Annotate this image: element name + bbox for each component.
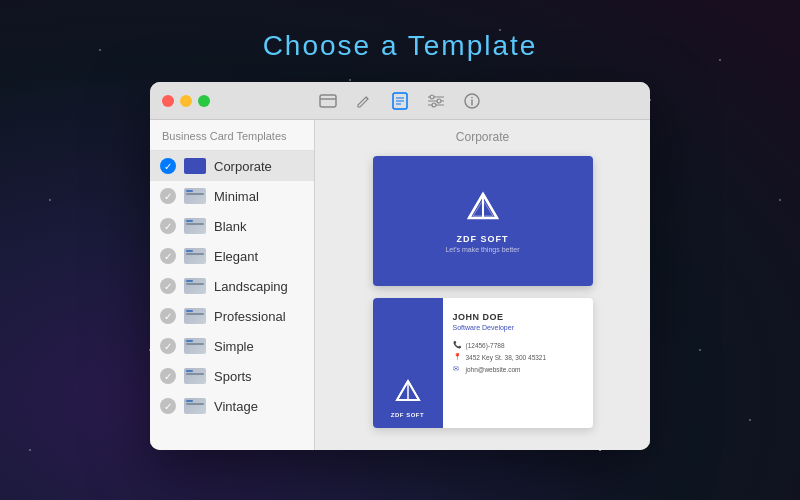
sidebar-item-professional[interactable]: ✓ Professional — [150, 301, 314, 331]
sidebar-item-blank[interactable]: ✓ Blank — [150, 211, 314, 241]
card-address: 3452 Key St. 38, 300 45321 — [466, 354, 547, 361]
svg-line-19 — [469, 194, 483, 218]
preview-panel: Corporate ZDF SOFT Let's make things bet… — [315, 120, 650, 450]
check-icon-minimal: ✓ — [160, 188, 176, 204]
card-phone: (12456)-7788 — [466, 342, 505, 349]
sliders-toolbar-icon[interactable] — [425, 90, 447, 112]
info-toolbar-icon[interactable] — [461, 90, 483, 112]
email-icon: ✉ — [453, 365, 461, 373]
template-thumb-blank — [184, 218, 206, 234]
card-email-row: ✉ john@website.com — [453, 365, 583, 373]
sidebar-item-landscaping[interactable]: ✓ Landscaping — [150, 271, 314, 301]
check-icon-professional: ✓ — [160, 308, 176, 324]
card-front-logo — [465, 190, 501, 226]
sidebar-label-corporate: Corporate — [214, 159, 272, 174]
sidebar-label-blank: Blank — [214, 219, 247, 234]
svg-rect-0 — [320, 95, 336, 107]
card-back-left: ZDF SOFT — [373, 298, 443, 428]
svg-line-25 — [408, 381, 419, 400]
card-front-company: ZDF SOFT — [457, 234, 509, 244]
sidebar-label-elegant: Elegant — [214, 249, 258, 264]
template-thumb-minimal — [184, 188, 206, 204]
template-thumb-landscaping — [184, 278, 206, 294]
sidebar-label-vintage: Vintage — [214, 399, 258, 414]
template-thumb-sports — [184, 368, 206, 384]
sidebar-item-corporate[interactable]: ✓ Corporate — [150, 151, 314, 181]
template-thumb-simple — [184, 338, 206, 354]
check-icon-elegant: ✓ — [160, 248, 176, 264]
preview-header: Corporate — [456, 130, 509, 144]
edit-toolbar-icon[interactable] — [353, 90, 375, 112]
sidebar-item-sports[interactable]: ✓ Sports — [150, 361, 314, 391]
card-back-preview: ZDF SOFT JOHN DOE Software Developer 📞 (… — [373, 298, 593, 428]
page-title: Choose a Template — [0, 0, 800, 62]
template-toolbar-icon[interactable] — [389, 90, 411, 112]
check-icon-landscaping: ✓ — [160, 278, 176, 294]
template-thumb-elegant — [184, 248, 206, 264]
check-icon-sports: ✓ — [160, 368, 176, 384]
card-back-right: JOHN DOE Software Developer 📞 (12456)-77… — [443, 298, 593, 428]
sidebar-item-minimal[interactable]: ✓ Minimal — [150, 181, 314, 211]
card-email: john@website.com — [466, 366, 521, 373]
sidebar: Business Card Templates ✓ Corporate ✓ Mi… — [150, 120, 315, 450]
card-address-row: 📍 3452 Key St. 38, 300 45321 — [453, 353, 583, 361]
sidebar-label-sports: Sports — [214, 369, 252, 384]
svg-line-24 — [397, 381, 408, 400]
check-icon-blank: ✓ — [160, 218, 176, 234]
app-window: Business Card Templates ✓ Corporate ✓ Mi… — [150, 82, 650, 450]
card-toolbar-icon[interactable] — [317, 90, 339, 112]
card-back-name: JOHN DOE — [453, 312, 583, 322]
sidebar-item-elegant[interactable]: ✓ Elegant — [150, 241, 314, 271]
template-thumb-corporate — [184, 158, 206, 174]
main-content: Business Card Templates ✓ Corporate ✓ Mi… — [150, 120, 650, 450]
svg-point-11 — [432, 103, 436, 107]
sidebar-label-landscaping: Landscaping — [214, 279, 288, 294]
titlebar — [150, 82, 650, 120]
template-thumb-vintage — [184, 398, 206, 414]
sidebar-item-vintage[interactable]: ✓ Vintage — [150, 391, 314, 421]
card-front-tagline: Let's make things better — [445, 246, 519, 253]
svg-point-10 — [437, 99, 441, 103]
location-icon: 📍 — [453, 353, 461, 361]
maximize-button[interactable] — [198, 95, 210, 107]
card-back-logo — [394, 378, 422, 406]
card-phone-row: 📞 (12456)-7788 — [453, 341, 583, 349]
sidebar-header: Business Card Templates — [150, 120, 314, 151]
close-button[interactable] — [162, 95, 174, 107]
card-front-preview: ZDF SOFT Let's make things better — [373, 156, 593, 286]
sidebar-label-simple: Simple — [214, 339, 254, 354]
template-thumb-professional — [184, 308, 206, 324]
minimize-button[interactable] — [180, 95, 192, 107]
check-icon-corporate: ✓ — [160, 158, 176, 174]
traffic-lights — [162, 95, 210, 107]
svg-line-20 — [483, 194, 497, 218]
card-back-company: ZDF SOFT — [391, 412, 424, 418]
sidebar-item-simple[interactable]: ✓ Simple — [150, 331, 314, 361]
check-icon-vintage: ✓ — [160, 398, 176, 414]
svg-point-9 — [430, 95, 434, 99]
svg-point-14 — [471, 96, 473, 98]
toolbar — [317, 90, 483, 112]
phone-icon: 📞 — [453, 341, 461, 349]
check-icon-simple: ✓ — [160, 338, 176, 354]
sidebar-label-professional: Professional — [214, 309, 286, 324]
sidebar-label-minimal: Minimal — [214, 189, 259, 204]
card-back-title: Software Developer — [453, 324, 583, 331]
